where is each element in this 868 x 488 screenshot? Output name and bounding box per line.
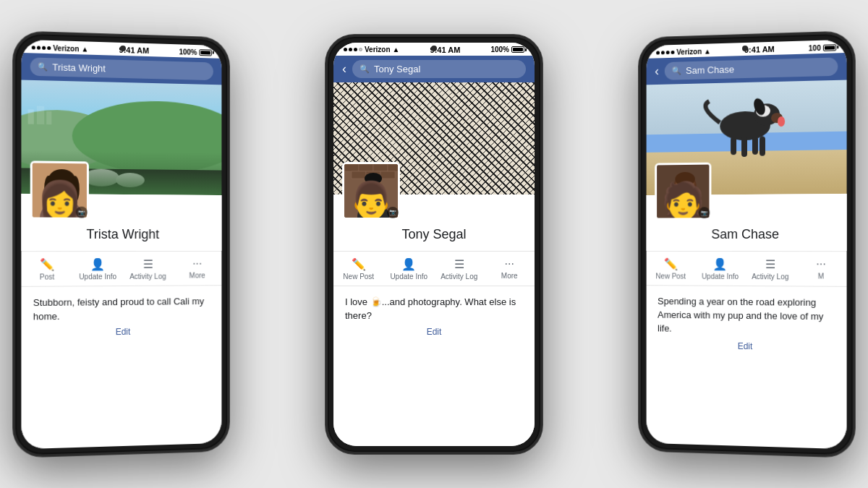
battery-left: 100% (179, 47, 211, 56)
activity-label-center: Activity Log (441, 273, 477, 281)
post-btn-right[interactable]: ✏️ New Post (647, 251, 696, 285)
activity-icon-center: ☰ (454, 257, 464, 271)
update-btn-right[interactable]: 👤 Update Info (695, 251, 745, 285)
post-btn-center[interactable]: ✏️ New Post (333, 252, 384, 286)
bio-text-center: I love 🍺...and photography. What else is… (345, 296, 516, 321)
phone-device-right: Verizon ▲ 9:41 AM 100 ‹ 🔍 (639, 31, 855, 458)
back-btn-right[interactable]: ‹ (655, 64, 659, 79)
battery-fill-right (825, 45, 835, 48)
search-bar-right[interactable]: 🔍 Sam Chase (665, 57, 838, 80)
activity-label-left: Activity Log (129, 272, 166, 281)
profile-section-center: 📷 Tony Segal (333, 194, 535, 251)
more-icon-left: ··· (192, 257, 202, 270)
carrier-center: Verizon (365, 46, 391, 53)
svg-rect-51 (760, 136, 765, 155)
action-buttons-right: ✏️ New Post 👤 Update Info ☰ Activity Log… (647, 250, 847, 286)
edit-link-center[interactable]: Edit (345, 327, 523, 337)
dot1 (32, 45, 35, 48)
activity-icon-right: ☰ (765, 257, 775, 271)
signal-right (656, 50, 674, 54)
svg-rect-29 (373, 164, 388, 171)
phone-center: Verizon ▲ 9:41 AM 100% ‹ 🔍 (326, 35, 542, 454)
svg-rect-49 (741, 136, 747, 156)
profile-section-left: 📷 Trista Wright (21, 193, 221, 250)
more-btn-right[interactable]: ··· M (796, 252, 847, 286)
dot3r (666, 50, 670, 53)
more-btn-left[interactable]: ··· More (173, 251, 222, 285)
svg-rect-8 (37, 106, 44, 124)
update-btn-left[interactable]: 👤 Update Info (72, 252, 123, 286)
svg-point-16 (71, 176, 80, 202)
more-icon-center: ··· (505, 257, 514, 270)
bio-section-left: Stubborn, feisty and proud to call Cali … (21, 286, 221, 449)
svg-point-6 (116, 172, 145, 187)
back-btn-center[interactable]: ‹ (342, 61, 346, 77)
dot3 (42, 46, 46, 49)
svg-rect-25 (528, 100, 535, 162)
phones-container: Verizon ▲ 9:41 AM 100% 🔍 Tri (0, 0, 868, 488)
phone-screen-left: Verizon ▲ 9:41 AM 100% 🔍 Tri (21, 39, 221, 449)
carrier-right: Verizon (676, 47, 702, 56)
svg-point-18 (441, 97, 470, 126)
phone-screen-right: Verizon ▲ 9:41 AM 100 ‹ 🔍 (647, 39, 847, 449)
update-btn-center[interactable]: 👤 Update Info (384, 252, 435, 286)
profile-name-center: Tony Segal (333, 227, 535, 242)
more-btn-center[interactable]: ··· More (485, 252, 535, 286)
phone-screen-center: Verizon ▲ 9:41 AM 100% ‹ 🔍 (333, 43, 535, 446)
battery-fill-left (200, 50, 210, 53)
dot2r (661, 50, 665, 53)
bio-text-right: Spending a year on the road exploring Am… (658, 296, 823, 334)
activity-btn-left[interactable]: ☰ Activity Log (123, 251, 173, 285)
profile-name-right: Sam Chase (647, 226, 847, 241)
update-label-right: Update Info (702, 272, 739, 281)
svg-rect-57 (679, 194, 691, 202)
svg-point-13 (51, 175, 72, 199)
search-bar-left[interactable]: 🔍 Trista Wright (30, 57, 213, 80)
svg-rect-9 (46, 111, 51, 124)
svg-rect-31 (352, 171, 366, 179)
edit-link-left[interactable]: Edit (33, 325, 210, 338)
camera-badge-left[interactable]: 📷 (76, 206, 88, 218)
action-buttons-left: ✏️ Post 👤 Update Info ☰ Activity Log ···… (21, 250, 221, 286)
dot1c (344, 48, 347, 51)
svg-rect-56 (676, 192, 693, 205)
svg-text:KO: KO (448, 111, 468, 125)
signal-center (344, 48, 362, 51)
bio-section-right: Spending a year on the road exploring Am… (647, 286, 847, 449)
signal-left (32, 45, 51, 49)
svg-rect-24 (517, 111, 528, 162)
battery-fill-center (513, 48, 523, 51)
svg-rect-38 (365, 197, 372, 211)
battery-icon-center (511, 46, 524, 53)
post-icon-right: ✏️ (664, 257, 678, 270)
status-left-right: Verizon ▲ (656, 46, 711, 56)
phone-right: Verizon ▲ 9:41 AM 100 ‹ 🔍 (637, 35, 854, 454)
action-buttons-center: ✏️ New Post 👤 Update Info ☰ Activity Log… (333, 251, 535, 286)
search-bar-center[interactable]: 🔍 Tony Segal (352, 60, 526, 78)
svg-point-35 (357, 203, 389, 220)
activity-label-right: Activity Log (752, 273, 788, 281)
camera-badge-center[interactable]: 📷 (387, 207, 399, 218)
svg-point-15 (44, 175, 53, 202)
activity-btn-right[interactable]: ☰ Activity Log (745, 252, 796, 286)
dot4c (359, 48, 362, 51)
status-left-center: Verizon ▲ (344, 46, 399, 53)
bio-section-center: I love 🍺...and photography. What else is… (333, 286, 535, 446)
phone-device-center: Verizon ▲ 9:41 AM 100% ‹ 🔍 (326, 35, 542, 454)
svg-rect-27 (344, 164, 359, 171)
edit-link-right[interactable]: Edit (658, 339, 835, 352)
fb-nav-center: ‹ 🔍 Tony Segal (333, 56, 535, 82)
battery-icon-left (199, 48, 211, 55)
svg-rect-28 (359, 164, 373, 171)
post-btn-left[interactable]: ✏️ Post (21, 252, 72, 286)
svg-rect-48 (731, 137, 736, 155)
activity-btn-center[interactable]: ☰ Activity Log (434, 252, 485, 286)
profile-section-right: 📷 Sam Chase (647, 193, 847, 250)
profile-pic-container-right: 📷 (655, 162, 711, 220)
post-label-left: Post (40, 273, 54, 281)
svg-rect-50 (752, 136, 758, 154)
search-icon-left: 🔍 (38, 61, 48, 72)
svg-rect-7 (28, 109, 34, 124)
camera-badge-right[interactable]: 📷 (699, 207, 710, 218)
dot2c (349, 48, 352, 51)
